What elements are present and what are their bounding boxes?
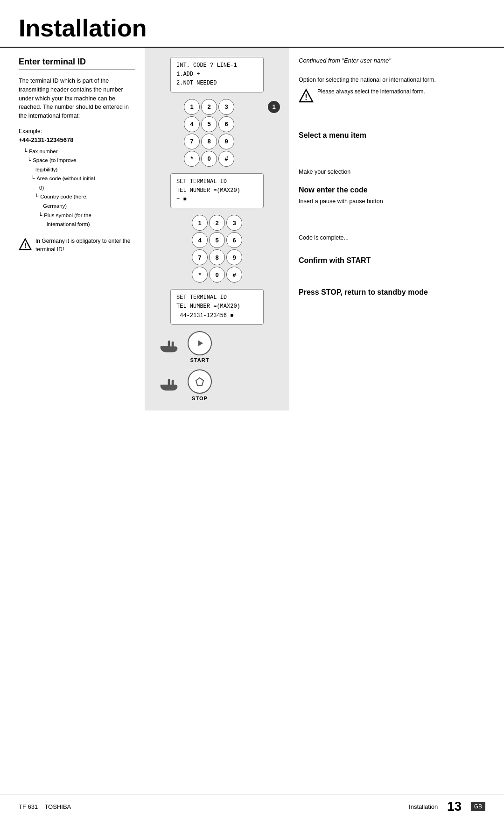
section-description: The terminal ID which is part of the tra… [19, 77, 135, 120]
key2-7[interactable]: 7 [192, 249, 208, 265]
option-section: Option for selecting the national or int… [299, 76, 490, 103]
tree-item-2: Space (to improve [33, 156, 76, 165]
keypad1-row: 1 2 3 4 5 6 7 8 9 * 0 # [154, 99, 280, 167]
key2-5[interactable]: 5 [209, 232, 225, 248]
key-4[interactable]: 4 [184, 116, 200, 132]
select-menu-section: Select a menu item [299, 131, 490, 140]
svg-marker-3 [196, 378, 203, 385]
key2-1[interactable]: 1 [192, 215, 208, 231]
key-0[interactable]: 0 [201, 151, 217, 167]
confirm-start-title: Confirm with START [299, 256, 490, 265]
keypad-grid-2: 1 2 3 4 5 6 7 8 9 * 0 # [192, 215, 242, 283]
tree-item-4: Country code (here: [40, 192, 88, 202]
select-menu-title: Select a menu item [299, 131, 490, 140]
key-9[interactable]: 9 [218, 134, 234, 149]
option-text: Option for selecting the national or int… [299, 76, 490, 85]
key-5[interactable]: 5 [201, 116, 217, 132]
lcd3-line2: TEL NUMBER =(MAX20) [176, 302, 258, 311]
example-tree: └Fax number └Space (to improve legibilit… [23, 147, 135, 229]
hand-icon-stop [159, 375, 181, 392]
stop-button-row: STOP [159, 369, 212, 401]
lcd-display-1: INT. CODE ? LINE-1 1.ADD + 2.NOT NEEDED [170, 57, 264, 92]
start-button-container: START [188, 331, 212, 363]
warning-text-left: In Germany it is obligatory to enter the… [35, 237, 135, 254]
footer: TF 631 TOSHIBA Installation 13 GB [0, 794, 504, 814]
footer-model: TF 631 [19, 803, 38, 810]
section-title: Enter terminal ID [19, 57, 135, 70]
press-stop-title: Press STOP, return to standby mode [299, 288, 490, 297]
confirm-start-section: Confirm with START [299, 256, 490, 265]
tree-item-1: Fax number [29, 147, 57, 156]
key-3[interactable]: 3 [218, 99, 234, 115]
page-title: Installation [0, 0, 504, 48]
key2-9[interactable]: 9 [226, 249, 242, 265]
page-container: Installation Enter terminal ID The termi… [0, 0, 504, 828]
lcd-display-2: SET TERMINAL ID TEL NUMBER =(MAX20) + ■ [170, 173, 264, 209]
warning-triangle-icon: ! [19, 238, 32, 251]
hand-icon-start [159, 337, 181, 354]
tree-item-3: Area code (without initial [36, 174, 95, 184]
warning-box-left: ! In Germany it is obligatory to enter t… [19, 237, 135, 254]
keypad-2: 1 2 3 4 5 6 7 8 9 * 0 # [192, 215, 242, 283]
key2-0[interactable]: 0 [209, 267, 225, 283]
key2-3[interactable]: 3 [226, 215, 242, 231]
key-2[interactable]: 2 [201, 99, 217, 115]
tree-item-5b: international form) [47, 220, 135, 229]
key-8[interactable]: 8 [201, 134, 217, 149]
svg-text:!: ! [24, 242, 27, 249]
footer-left: TF 631 TOSHIBA [19, 803, 71, 810]
please-select-text: Please always select the international f… [317, 88, 425, 95]
key2-2[interactable]: 2 [209, 215, 225, 231]
lcd1-line2: 1.ADD + [176, 70, 258, 79]
key-6[interactable]: 6 [218, 116, 234, 132]
warning-box-right: ! Please always select the international… [299, 88, 490, 103]
stop-button-container: STOP [188, 369, 212, 401]
content-area: Enter terminal ID The terminal ID which … [0, 48, 504, 410]
key-hash[interactable]: # [218, 151, 234, 167]
stop-button[interactable] [188, 369, 212, 394]
footer-section: Installation [409, 803, 438, 810]
tree-item-2b: legibilitly) [35, 165, 135, 175]
key2-hash[interactable]: # [226, 267, 242, 283]
code-complete-section: Code is complete... [299, 234, 490, 242]
step-number-1: 1 [268, 101, 280, 113]
lcd3-line1: SET TERMINAL ID [176, 293, 258, 302]
make-selection-section: Make your selection [299, 168, 490, 177]
lcd2-line3: + ■ [176, 195, 258, 204]
key-star[interactable]: * [184, 151, 200, 167]
start-label: START [190, 357, 210, 363]
key2-8[interactable]: 8 [209, 249, 225, 265]
tree-item-5: Plus symbol (for the [44, 211, 91, 220]
svg-text:!: ! [305, 93, 307, 101]
right-column: Continued from "Enter user name" Option … [289, 48, 504, 410]
key2-6[interactable]: 6 [226, 232, 242, 248]
lcd1-line3: 2.NOT NEEDED [176, 79, 258, 88]
tree-item-4b: Germany) [43, 202, 135, 211]
footer-brand: TOSHIBA [44, 803, 71, 810]
keypad-grid-1: 1 2 3 4 5 6 7 8 9 * 0 # [184, 99, 234, 167]
lcd2-line1: SET TERMINAL ID [176, 177, 258, 186]
key2-star[interactable]: * [192, 267, 208, 283]
warning-triangle-right-icon: ! [299, 88, 314, 103]
key2-4[interactable]: 4 [192, 232, 208, 248]
example-number: +44-2131-12345678 [19, 136, 135, 143]
finger-icon-start [159, 337, 181, 356]
start-button[interactable] [188, 331, 212, 355]
start-button-icon [195, 338, 205, 348]
key-7[interactable]: 7 [184, 134, 200, 149]
svg-marker-2 [198, 340, 203, 346]
finger-icon-stop [159, 375, 181, 395]
key-1[interactable]: 1 [184, 99, 200, 115]
left-column: Enter terminal ID The terminal ID which … [0, 48, 145, 410]
make-selection-text: Make your selection [299, 168, 490, 177]
tree-item-3b: 0) [39, 184, 135, 193]
lcd2-line2: TEL NUMBER =(MAX20) [176, 186, 258, 195]
keypad-1: 1 2 3 4 5 6 7 8 9 * 0 # [184, 99, 234, 167]
lcd3-line3: +44-2131-123456 ■ [176, 311, 258, 320]
continued-from: Continued from "Enter user name" [299, 57, 490, 68]
start-button-row: START [159, 331, 212, 363]
stop-button-icon [195, 376, 205, 387]
press-stop-section: Press STOP, return to standby mode [299, 288, 490, 297]
lcd-display-3: SET TERMINAL ID TEL NUMBER =(MAX20) +44-… [170, 289, 264, 325]
stop-label: STOP [192, 396, 208, 401]
